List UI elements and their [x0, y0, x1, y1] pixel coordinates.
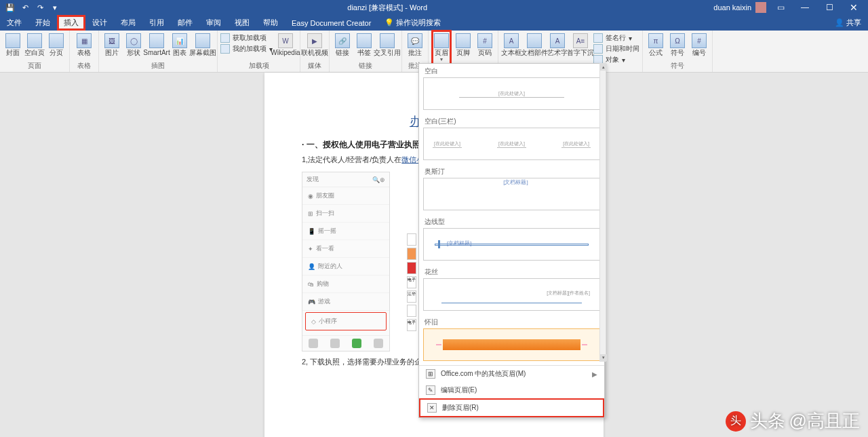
- tab-references[interactable]: 引用: [142, 15, 171, 31]
- username-label: duan kaixin: [713, 3, 751, 12]
- share-button[interactable]: 👤 共享: [835, 18, 861, 28]
- page-icon: [27, 33, 42, 48]
- online-video-button[interactable]: ▶联机视频: [303, 32, 326, 56]
- undo-icon[interactable]: ↶: [19, 1, 31, 14]
- blank-page-button[interactable]: 空白页: [24, 32, 45, 56]
- table-icon: ▦: [77, 33, 92, 48]
- wordart-button[interactable]: A艺术字: [547, 32, 568, 56]
- store-icon: [220, 33, 230, 43]
- crossref-button[interactable]: 交叉引用: [376, 32, 399, 56]
- more-headers-menu-item[interactable]: ⊞ Office.com 中的其他页眉(M) ▶: [419, 366, 604, 382]
- tab-layout[interactable]: 布局: [114, 15, 142, 31]
- screenshot-button[interactable]: 屏幕截图: [191, 32, 214, 56]
- tab-view[interactable]: 视图: [228, 15, 256, 31]
- embedded-thumbnails: 电子 江华 电子: [407, 233, 418, 331]
- tab-help[interactable]: 帮助: [256, 15, 285, 31]
- dropcap-button[interactable]: A≡首字下沉: [569, 32, 592, 56]
- signature-line-button[interactable]: 签名行 ▾: [593, 33, 639, 43]
- tab-home[interactable]: 开始: [28, 15, 57, 31]
- wordart-icon: A: [550, 33, 565, 48]
- footer-icon: [456, 33, 471, 48]
- avatar[interactable]: [755, 2, 766, 13]
- dropcap-icon: A≡: [573, 33, 588, 48]
- wikipedia-icon: W: [278, 33, 293, 48]
- gallery-item-filigree[interactable]: [文档标题][作者姓名]: [423, 278, 600, 311]
- cover-page-button[interactable]: 封面: [3, 32, 23, 56]
- scroll-up-icon[interactable]: ▴: [600, 64, 607, 71]
- comment-icon: 💬: [408, 33, 422, 48]
- close-button[interactable]: ✕: [844, 0, 864, 15]
- smartart-icon: [149, 33, 164, 48]
- pagenum-icon: #: [477, 33, 492, 48]
- wikipedia-button[interactable]: WWikipedia: [274, 32, 297, 56]
- tellme[interactable]: 💡 操作说明搜索: [378, 15, 448, 31]
- tab-review[interactable]: 审阅: [199, 15, 228, 31]
- footer-button[interactable]: 页脚: [453, 32, 473, 56]
- group-table: ▦表格 表格: [70, 31, 99, 72]
- bookmark-icon: [357, 33, 372, 48]
- gallery-section-label: 空白(三栏): [419, 114, 604, 128]
- thumb: 电子: [407, 276, 416, 288]
- chevron-right-icon: ▶: [592, 370, 597, 378]
- gallery-item-blank[interactable]: [在此处键入]: [423, 77, 600, 110]
- chart-button[interactable]: 📊图表: [170, 32, 190, 56]
- plus-icon: ⊕: [380, 176, 385, 183]
- page-number-button[interactable]: #页码: [475, 32, 495, 56]
- tab-file[interactable]: 文件: [0, 15, 28, 31]
- watermark: 头 头条 @高且正: [726, 409, 860, 433]
- redo-icon[interactable]: ↷: [34, 1, 46, 14]
- tab-insert[interactable]: 插入: [57, 15, 85, 31]
- thumb: 江华: [407, 290, 416, 303]
- textbox-button[interactable]: A文本框: [501, 32, 521, 56]
- shapes-button[interactable]: ◯形状: [123, 32, 144, 56]
- screenshot-icon: [195, 33, 210, 48]
- gallery-item-sideline[interactable]: [文档标题]: [423, 228, 600, 261]
- equation-button[interactable]: π公式: [646, 32, 666, 56]
- get-addins-button[interactable]: 获取加载项: [220, 33, 273, 43]
- group-addins: 获取加载项 我的加载项 ▾ WWikipedia 加载项: [218, 31, 300, 72]
- group-symbols: π公式 Ω符号 #编号 符号: [643, 31, 713, 72]
- scroll-down-icon[interactable]: ▾: [600, 354, 607, 361]
- bookmark-button[interactable]: 书签: [354, 32, 374, 56]
- header-icon: [434, 33, 449, 48]
- comment-button[interactable]: 💬批注: [405, 32, 425, 56]
- my-addins-button[interactable]: 我的加载项 ▾: [220, 44, 273, 54]
- quickparts-icon: [527, 33, 542, 48]
- quick-access-toolbar: 💾 ↶ ↷ ▾: [0, 1, 61, 14]
- datetime-icon: [593, 44, 603, 54]
- number-icon: #: [692, 33, 707, 48]
- textbox-icon: A: [504, 33, 519, 48]
- picture-icon: 🖼: [104, 33, 119, 48]
- quickparts-button[interactable]: 文档部件: [523, 32, 546, 56]
- pictures-button[interactable]: 🖼图片: [102, 32, 122, 56]
- datetime-button[interactable]: 日期和时间: [593, 44, 639, 54]
- tab-edc[interactable]: Easy Document Creator: [285, 15, 378, 31]
- video-icon: ▶: [307, 33, 322, 48]
- gallery-item-retro[interactable]: [423, 328, 600, 361]
- tab-mail[interactable]: 邮件: [171, 15, 199, 31]
- signature-icon: [593, 33, 603, 43]
- break-icon: [49, 33, 64, 48]
- gallery-item-austin[interactable]: [文档标题]: [423, 178, 600, 210]
- tab-design[interactable]: 设计: [85, 15, 114, 31]
- group-media: ▶联机视频 媒体: [300, 31, 330, 72]
- save-icon[interactable]: 💾: [4, 1, 16, 14]
- gallery-section-label: 花丝: [419, 265, 604, 278]
- edit-header-menu-item[interactable]: ✎ 编辑页眉(E): [419, 382, 604, 398]
- maximize-button[interactable]: ☐: [819, 0, 840, 15]
- number-button[interactable]: #编号: [689, 32, 709, 56]
- symbol-button[interactable]: Ω符号: [667, 32, 688, 56]
- gallery-scrollbar[interactable]: ▴ ▾: [599, 63, 606, 362]
- table-button[interactable]: ▦表格: [73, 32, 96, 56]
- remove-header-menu-item[interactable]: ✕ 删除页眉(R): [419, 398, 604, 417]
- gallery-item-blank-3col[interactable]: [在此处键入][在此处键入][在此处键入]: [423, 128, 600, 160]
- remove-icon: ✕: [427, 403, 437, 413]
- hyperlink-button[interactable]: 🔗链接: [332, 32, 353, 56]
- minimize-button[interactable]: —: [795, 0, 815, 15]
- office-icon: ⊞: [426, 369, 435, 379]
- smartart-button[interactable]: SmartArt: [145, 32, 168, 56]
- page-break-button[interactable]: 分页: [46, 32, 66, 56]
- thumb: [407, 248, 416, 260]
- ribbon-options-icon[interactable]: ▭: [770, 0, 791, 15]
- qat-customize-icon[interactable]: ▾: [49, 1, 61, 14]
